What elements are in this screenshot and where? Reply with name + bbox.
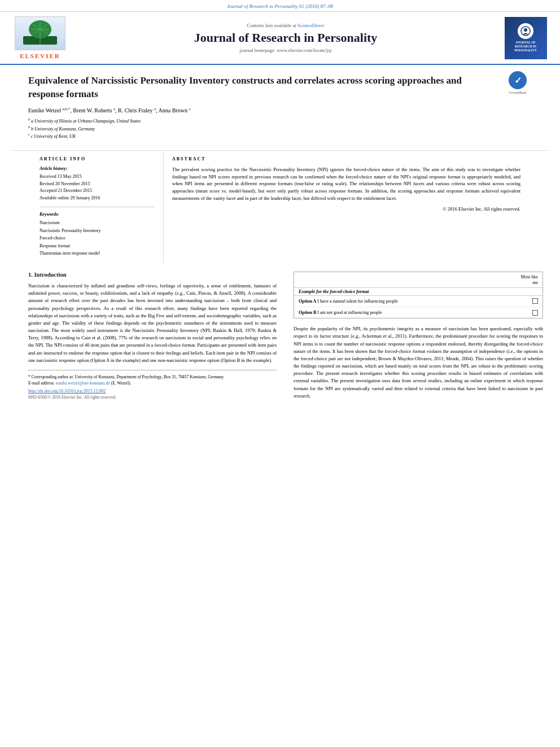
- copyright-line: © 2016 Elsevier Inc. All rights reserved…: [172, 206, 520, 213]
- fc-option-b-text: Option B I am not good at influencing pe…: [299, 309, 528, 316]
- journal-header: ELSEVIER Contents lists available at Sci…: [0, 12, 560, 65]
- history-available: Available online 29 January 2016: [40, 195, 155, 202]
- fc-option-a-text: Option A I have a natural talent for inf…: [299, 298, 528, 304]
- main-content-section: 1. Introduction Narcissism is characteri…: [0, 266, 560, 409]
- affiliation-c: c c University of Kent, UK: [28, 132, 532, 140]
- crossmark-label: CrossMark: [509, 90, 526, 95]
- keyword-1: Narcissism: [40, 219, 155, 227]
- journal-logo-icon: [518, 23, 533, 39]
- journal-reference-bar: Journal of Research in Personality 61 (2…: [0, 0, 560, 12]
- intro-paragraph-2: Despite the popularity of the NPI, its p…: [294, 325, 543, 400]
- info-divider: [40, 207, 155, 207]
- keyword-4: Response format: [40, 242, 155, 250]
- fc-option-a-row: Option A I have a natural talent for inf…: [294, 296, 542, 307]
- history-revised: Revised 20 November 2015: [40, 181, 155, 188]
- affiliation-a: a a University of Illinois at Urbana-Cha…: [28, 117, 532, 125]
- article-header: Equivalence of Narcissistic Personality …: [0, 65, 560, 150]
- keyword-3: Forced-choice: [40, 234, 155, 242]
- keywords-label: Keywords:: [40, 212, 155, 217]
- journal-reference-text: Journal of Research in Personality 61 (2…: [227, 3, 333, 9]
- history-received: Received 13 May 2015: [40, 173, 155, 181]
- issn-line: 0092-6566/© 2016 Elsevier Inc. All right…: [28, 395, 277, 400]
- journal-title: Journal of Research in Personality: [77, 30, 495, 45]
- abstract-text: The prevalent scoring practice for the N…: [172, 166, 520, 213]
- elsevier-logo-area: ELSEVIER: [9, 16, 71, 59]
- fc-option-b-row: Option B I am not good at influencing pe…: [294, 307, 542, 318]
- article-info-abstract-section: ARTICLE INFO Article history: Received 1…: [11, 150, 549, 263]
- elsevier-wordmark: ELSEVIER: [20, 53, 60, 59]
- science-direct-link[interactable]: ScienceDirect: [298, 23, 325, 28]
- fc-option-a-checkbox[interactable]: [532, 298, 538, 304]
- doi-link[interactable]: http://dx.doi.org/10.1016/j.jrp.2015.12.…: [28, 388, 277, 394]
- affiliation-b: b b University of Konstanz, Germany: [28, 125, 532, 133]
- author-email-link[interactable]: eunike.wetzel@uni-konstanz.de: [56, 381, 110, 386]
- fc-option-b-checkbox[interactable]: [532, 310, 538, 316]
- abstract-heading: ABSTRACT: [172, 156, 520, 161]
- crossmark-badge[interactable]: ✓ CrossMark: [504, 71, 532, 95]
- keyword-5: Thurstonian item response model: [40, 250, 155, 257]
- footnote-section: * Corresponding author at: University of…: [28, 370, 277, 400]
- history-accepted: Accepted 21 December 2015: [40, 187, 155, 195]
- journal-brand-logo: JOURNAL OFRESEARCH INPERSONALITY: [505, 17, 547, 59]
- crossmark-icon: ✓: [509, 71, 527, 89]
- authors-line: Eunike Wetzel a,b,*, Brent W. Roberts a,…: [28, 107, 532, 113]
- science-direct-line: Contents lists available at ScienceDirec…: [77, 23, 495, 28]
- affiliations: a a University of Illinois at Urbana-Cha…: [28, 117, 532, 140]
- intro-section-title: 1. Introduction: [28, 272, 277, 278]
- authors-text: Eunike Wetzel a,b,*, Brent W. Roberts a,…: [28, 107, 191, 113]
- fc-header: Most likeme: [294, 272, 542, 287]
- intro-paragraph-1: Narcissism is characterized by inflated …: [28, 282, 277, 364]
- right-column: Most likeme Example for the forced-choic…: [288, 272, 543, 403]
- article-history-label: Article history:: [40, 166, 155, 171]
- journal-logo-right: JOURNAL OFRESEARCH INPERSONALITY: [500, 17, 551, 59]
- article-title: Equivalence of Narcissistic Personality …: [28, 74, 495, 101]
- article-info-column: ARTICLE INFO Article history: Received 1…: [28, 151, 164, 263]
- svg-point-7: [524, 28, 527, 32]
- keyword-2: Narcissistic Personality Inventory: [40, 227, 155, 235]
- email-line: E-mail address: eunike.wetzel@uni-konsta…: [28, 380, 277, 386]
- fc-title-row: Example for the forced-choice format: [294, 287, 542, 296]
- abstract-column: ABSTRACT The prevalent scoring practice …: [164, 151, 532, 263]
- forced-choice-example: Most likeme Example for the forced-choic…: [294, 272, 543, 318]
- journal-homepage: journal homepage: www.elsevier.com/locat…: [77, 47, 495, 53]
- corresponding-author-note: * Corresponding author at: University of…: [28, 374, 277, 380]
- fc-header-label: Most likeme: [521, 274, 538, 286]
- journal-header-center: Contents lists available at ScienceDirec…: [71, 23, 500, 53]
- article-info-heading: ARTICLE INFO: [40, 156, 155, 161]
- elsevier-logo-image: [15, 16, 65, 50]
- introduction-column: 1. Introduction Narcissism is characteri…: [28, 272, 288, 403]
